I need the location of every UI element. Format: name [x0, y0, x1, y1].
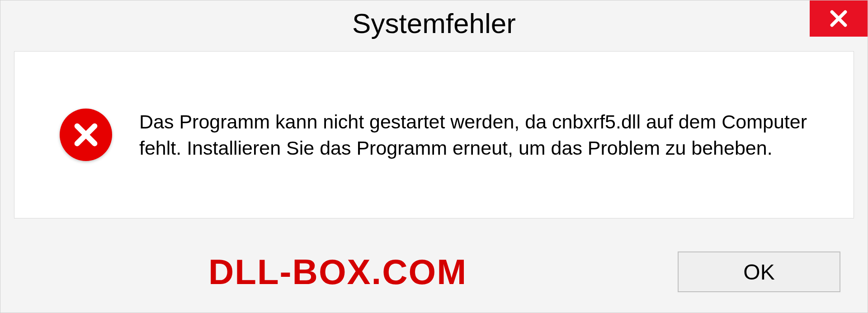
error-message: Das Programm kann nicht gestartet werden… — [139, 109, 826, 161]
error-icon — [60, 109, 112, 161]
close-icon — [829, 9, 849, 28]
close-button[interactable] — [810, 0, 868, 37]
error-dialog: Systemfehler Das Programm kann nicht ges… — [0, 0, 868, 313]
watermark-text: DLL-BOX.COM — [28, 251, 467, 293]
dialog-footer: DLL-BOX.COM OK — [0, 231, 868, 313]
dialog-title: Systemfehler — [352, 7, 516, 39]
titlebar: Systemfehler — [0, 0, 868, 46]
ok-button[interactable]: OK — [678, 251, 840, 292]
content-panel: Das Programm kann nicht gestartet werden… — [14, 51, 854, 218]
